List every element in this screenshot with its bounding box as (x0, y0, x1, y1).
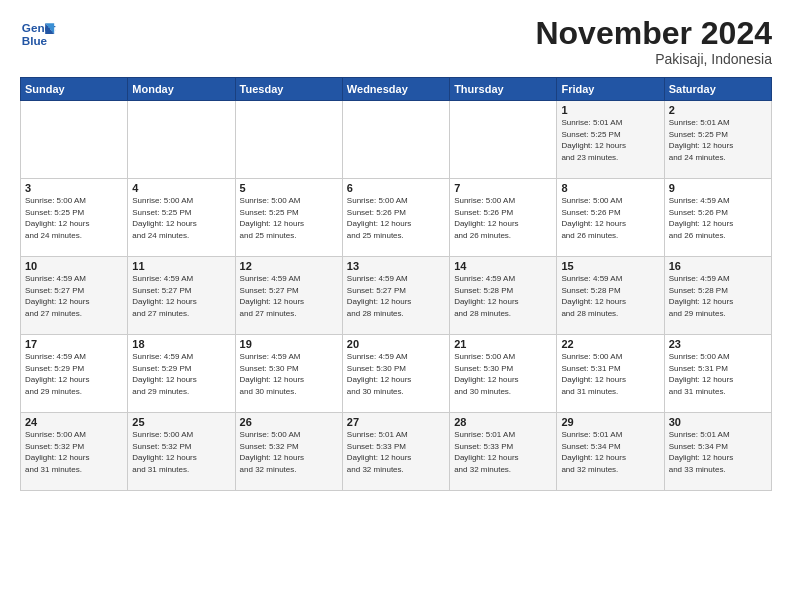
day-info: Sunrise: 5:01 AM Sunset: 5:34 PM Dayligh… (669, 429, 767, 475)
day-number: 6 (347, 182, 445, 194)
day-number: 17 (25, 338, 123, 350)
day-info: Sunrise: 4:59 AM Sunset: 5:29 PM Dayligh… (25, 351, 123, 397)
calendar-cell: 18Sunrise: 4:59 AM Sunset: 5:29 PM Dayli… (128, 335, 235, 413)
svg-text:Blue: Blue (22, 34, 48, 47)
calendar-cell: 9Sunrise: 4:59 AM Sunset: 5:26 PM Daylig… (664, 179, 771, 257)
day-info: Sunrise: 5:00 AM Sunset: 5:26 PM Dayligh… (454, 195, 552, 241)
day-info: Sunrise: 5:00 AM Sunset: 5:26 PM Dayligh… (561, 195, 659, 241)
day-number: 13 (347, 260, 445, 272)
header-area: General Blue November 2024 Pakisaji, Ind… (20, 16, 772, 67)
calendar-cell: 20Sunrise: 4:59 AM Sunset: 5:30 PM Dayli… (342, 335, 449, 413)
calendar-cell: 22Sunrise: 5:00 AM Sunset: 5:31 PM Dayli… (557, 335, 664, 413)
calendar-cell: 3Sunrise: 5:00 AM Sunset: 5:25 PM Daylig… (21, 179, 128, 257)
calendar-cell: 24Sunrise: 5:00 AM Sunset: 5:32 PM Dayli… (21, 413, 128, 491)
day-number: 4 (132, 182, 230, 194)
calendar-cell: 26Sunrise: 5:00 AM Sunset: 5:32 PM Dayli… (235, 413, 342, 491)
day-number: 23 (669, 338, 767, 350)
day-info: Sunrise: 4:59 AM Sunset: 5:30 PM Dayligh… (347, 351, 445, 397)
day-number: 24 (25, 416, 123, 428)
weekday-header-wednesday: Wednesday (342, 78, 449, 101)
day-number: 29 (561, 416, 659, 428)
weekday-header-thursday: Thursday (450, 78, 557, 101)
day-number: 5 (240, 182, 338, 194)
calendar-cell: 4Sunrise: 5:00 AM Sunset: 5:25 PM Daylig… (128, 179, 235, 257)
day-number: 15 (561, 260, 659, 272)
day-info: Sunrise: 5:00 AM Sunset: 5:25 PM Dayligh… (240, 195, 338, 241)
day-number: 26 (240, 416, 338, 428)
day-number: 27 (347, 416, 445, 428)
calendar-cell: 23Sunrise: 5:00 AM Sunset: 5:31 PM Dayli… (664, 335, 771, 413)
day-number: 16 (669, 260, 767, 272)
location-subtitle: Pakisaji, Indonesia (535, 51, 772, 67)
day-info: Sunrise: 5:01 AM Sunset: 5:34 PM Dayligh… (561, 429, 659, 475)
weekday-header-saturday: Saturday (664, 78, 771, 101)
calendar-cell: 25Sunrise: 5:00 AM Sunset: 5:32 PM Dayli… (128, 413, 235, 491)
calendar-cell: 17Sunrise: 4:59 AM Sunset: 5:29 PM Dayli… (21, 335, 128, 413)
day-number: 28 (454, 416, 552, 428)
month-title: November 2024 (535, 16, 772, 51)
day-number: 10 (25, 260, 123, 272)
calendar-cell: 8Sunrise: 5:00 AM Sunset: 5:26 PM Daylig… (557, 179, 664, 257)
day-info: Sunrise: 4:59 AM Sunset: 5:27 PM Dayligh… (240, 273, 338, 319)
calendar-cell: 10Sunrise: 4:59 AM Sunset: 5:27 PM Dayli… (21, 257, 128, 335)
day-info: Sunrise: 5:00 AM Sunset: 5:32 PM Dayligh… (132, 429, 230, 475)
day-number: 12 (240, 260, 338, 272)
calendar-cell: 2Sunrise: 5:01 AM Sunset: 5:25 PM Daylig… (664, 101, 771, 179)
day-number: 18 (132, 338, 230, 350)
day-number: 9 (669, 182, 767, 194)
day-info: Sunrise: 4:59 AM Sunset: 5:30 PM Dayligh… (240, 351, 338, 397)
day-number: 14 (454, 260, 552, 272)
day-number: 7 (454, 182, 552, 194)
calendar-cell: 27Sunrise: 5:01 AM Sunset: 5:33 PM Dayli… (342, 413, 449, 491)
day-info: Sunrise: 4:59 AM Sunset: 5:28 PM Dayligh… (561, 273, 659, 319)
calendar-cell: 16Sunrise: 4:59 AM Sunset: 5:28 PM Dayli… (664, 257, 771, 335)
day-info: Sunrise: 4:59 AM Sunset: 5:27 PM Dayligh… (25, 273, 123, 319)
day-info: Sunrise: 4:59 AM Sunset: 5:28 PM Dayligh… (454, 273, 552, 319)
calendar-cell: 21Sunrise: 5:00 AM Sunset: 5:30 PM Dayli… (450, 335, 557, 413)
calendar-cell: 15Sunrise: 4:59 AM Sunset: 5:28 PM Dayli… (557, 257, 664, 335)
logo: General Blue (20, 16, 56, 52)
day-info: Sunrise: 5:01 AM Sunset: 5:25 PM Dayligh… (561, 117, 659, 163)
day-number: 2 (669, 104, 767, 116)
calendar-cell (235, 101, 342, 179)
day-info: Sunrise: 5:00 AM Sunset: 5:25 PM Dayligh… (132, 195, 230, 241)
day-info: Sunrise: 5:00 AM Sunset: 5:31 PM Dayligh… (669, 351, 767, 397)
title-area: November 2024 Pakisaji, Indonesia (535, 16, 772, 67)
day-info: Sunrise: 5:01 AM Sunset: 5:25 PM Dayligh… (669, 117, 767, 163)
day-number: 30 (669, 416, 767, 428)
day-info: Sunrise: 4:59 AM Sunset: 5:28 PM Dayligh… (669, 273, 767, 319)
day-info: Sunrise: 4:59 AM Sunset: 5:27 PM Dayligh… (132, 273, 230, 319)
calendar-cell: 11Sunrise: 4:59 AM Sunset: 5:27 PM Dayli… (128, 257, 235, 335)
day-number: 1 (561, 104, 659, 116)
day-info: Sunrise: 5:01 AM Sunset: 5:33 PM Dayligh… (454, 429, 552, 475)
calendar-cell: 13Sunrise: 4:59 AM Sunset: 5:27 PM Dayli… (342, 257, 449, 335)
weekday-header-friday: Friday (557, 78, 664, 101)
day-number: 3 (25, 182, 123, 194)
calendar-cell (21, 101, 128, 179)
day-info: Sunrise: 4:59 AM Sunset: 5:29 PM Dayligh… (132, 351, 230, 397)
weekday-header-monday: Monday (128, 78, 235, 101)
day-info: Sunrise: 5:00 AM Sunset: 5:25 PM Dayligh… (25, 195, 123, 241)
calendar-cell: 29Sunrise: 5:01 AM Sunset: 5:34 PM Dayli… (557, 413, 664, 491)
calendar-cell: 14Sunrise: 4:59 AM Sunset: 5:28 PM Dayli… (450, 257, 557, 335)
day-info: Sunrise: 4:59 AM Sunset: 5:26 PM Dayligh… (669, 195, 767, 241)
day-number: 11 (132, 260, 230, 272)
day-info: Sunrise: 5:01 AM Sunset: 5:33 PM Dayligh… (347, 429, 445, 475)
day-info: Sunrise: 5:00 AM Sunset: 5:31 PM Dayligh… (561, 351, 659, 397)
weekday-header-sunday: Sunday (21, 78, 128, 101)
calendar-cell: 12Sunrise: 4:59 AM Sunset: 5:27 PM Dayli… (235, 257, 342, 335)
calendar-cell: 30Sunrise: 5:01 AM Sunset: 5:34 PM Dayli… (664, 413, 771, 491)
calendar-table: SundayMondayTuesdayWednesdayThursdayFrid… (20, 77, 772, 491)
day-number: 22 (561, 338, 659, 350)
calendar-page: General Blue November 2024 Pakisaji, Ind… (0, 0, 792, 612)
day-info: Sunrise: 5:00 AM Sunset: 5:26 PM Dayligh… (347, 195, 445, 241)
day-info: Sunrise: 5:00 AM Sunset: 5:32 PM Dayligh… (240, 429, 338, 475)
calendar-cell: 28Sunrise: 5:01 AM Sunset: 5:33 PM Dayli… (450, 413, 557, 491)
day-info: Sunrise: 5:00 AM Sunset: 5:32 PM Dayligh… (25, 429, 123, 475)
calendar-cell: 7Sunrise: 5:00 AM Sunset: 5:26 PM Daylig… (450, 179, 557, 257)
day-number: 21 (454, 338, 552, 350)
day-number: 20 (347, 338, 445, 350)
day-info: Sunrise: 4:59 AM Sunset: 5:27 PM Dayligh… (347, 273, 445, 319)
calendar-cell (450, 101, 557, 179)
weekday-header-tuesday: Tuesday (235, 78, 342, 101)
